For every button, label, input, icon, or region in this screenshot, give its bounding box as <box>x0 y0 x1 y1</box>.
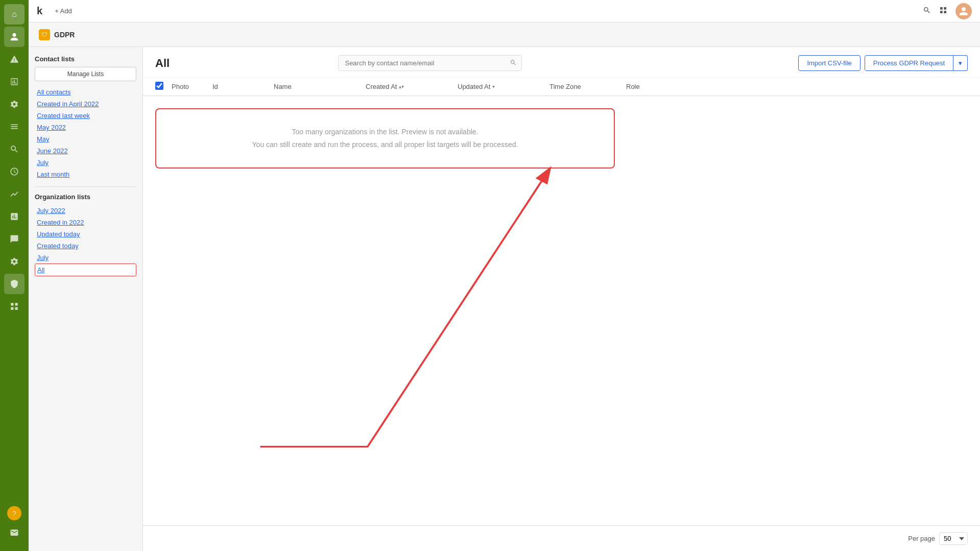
add-button[interactable]: + Add <box>55 7 72 15</box>
home-icon[interactable]: ⌂ <box>4 4 25 25</box>
col-timezone: Time Zone <box>549 83 626 90</box>
sidebar: Contact lists Manage Lists All contacts … <box>29 47 143 551</box>
checkbox-column <box>155 82 172 91</box>
process-gdpr-button[interactable]: Process GDPR Request <box>865 55 953 71</box>
warning-box: Too many organizations in the list. Prev… <box>155 108 615 169</box>
sidebar-link-july-2022[interactable]: July 2022 <box>35 205 136 217</box>
search-icon <box>510 59 517 67</box>
topbar: k + Add <box>29 0 980 22</box>
sidebar-link-created-today[interactable]: Created today <box>35 240 136 252</box>
clock-icon[interactable] <box>4 161 25 182</box>
search-box <box>338 55 522 71</box>
sidebar-link-all-contacts[interactable]: All contacts <box>35 86 136 98</box>
sidebar-link-created-last-week[interactable]: Created last week <box>35 110 136 122</box>
content-area: All Import CSV-file Process GDPR Request… <box>143 47 980 551</box>
reports-icon[interactable] <box>4 71 25 92</box>
col-name: Name <box>274 83 366 90</box>
search-input[interactable] <box>338 55 522 71</box>
apps-icon[interactable] <box>939 6 947 16</box>
gdpr-icon: 🛡 <box>39 29 50 40</box>
process-gdpr-caret[interactable]: ▾ <box>953 55 968 71</box>
import-csv-button[interactable]: Import CSV-file <box>798 55 860 71</box>
warning-line1: Too many organizations in the list. Prev… <box>169 126 602 138</box>
breadcrumb-title: GDPR <box>54 31 75 39</box>
sidebar-link-all-org[interactable]: All <box>35 263 136 276</box>
sidebar-link-july[interactable]: July <box>35 157 136 169</box>
main-layout: Contact lists Manage Lists All contacts … <box>29 22 980 551</box>
table-body: Too many organizations in the list. Prev… <box>143 96 980 525</box>
shield-nav-icon[interactable] <box>4 274 25 294</box>
content-header: All Import CSV-file Process GDPR Request… <box>143 47 980 78</box>
gear2-icon[interactable] <box>4 251 25 272</box>
sidebar-link-created-2022[interactable]: Created in 2022 <box>35 217 136 228</box>
icon-navigation: ⌂ <box>0 0 29 551</box>
process-gdpr-wrapper: Process GDPR Request ▾ <box>865 55 968 71</box>
col-photo: Photo <box>172 83 212 90</box>
sidebar-divider <box>35 186 136 187</box>
select-all-checkbox[interactable] <box>155 82 163 90</box>
sidebar-link-may[interactable]: May <box>35 133 136 145</box>
manage-lists-button[interactable]: Manage Lists <box>35 67 136 81</box>
per-page-select[interactable]: 10 25 50 100 <box>939 532 968 545</box>
table-header: Photo Id Name Created At ▴▾ Updated At ▾… <box>143 78 980 96</box>
sidebar-link-last-month[interactable]: Last month <box>35 169 136 180</box>
contact-lists-title: Contact lists <box>35 55 136 63</box>
analytics-icon[interactable] <box>4 184 25 204</box>
sidebar-link-may-2022[interactable]: May 2022 <box>35 122 136 133</box>
user-avatar[interactable] <box>955 3 972 19</box>
email-nav-icon[interactable] <box>4 522 25 543</box>
contacts-icon[interactable] <box>4 27 25 47</box>
col-role: Role <box>626 83 968 90</box>
page-title: All <box>155 57 196 70</box>
organizations-icon[interactable] <box>4 49 25 69</box>
warning-line2: You can still create and run the process… <box>169 138 602 151</box>
per-page-label: Per page <box>908 535 935 542</box>
grid-nav-icon[interactable] <box>4 296 25 317</box>
settings-icon[interactable] <box>4 94 25 114</box>
sidebar-link-july-org[interactable]: July <box>35 252 136 263</box>
content-footer: Per page 10 25 50 100 <box>143 525 980 551</box>
updated-sort-icon[interactable]: ▾ <box>492 84 495 89</box>
support-icon[interactable]: ? <box>7 506 21 520</box>
sidebar-link-updated-today[interactable]: Updated today <box>35 228 136 240</box>
sidebar-link-created-april[interactable]: Created in April 2022 <box>35 98 136 110</box>
created-sort-icon[interactable]: ▴▾ <box>399 84 404 89</box>
col-id: Id <box>212 83 274 90</box>
chart-icon[interactable] <box>4 206 25 227</box>
app-logo: k <box>37 5 42 17</box>
chat-icon[interactable] <box>4 229 25 249</box>
list-icon[interactable] <box>4 116 25 137</box>
breadcrumb-bar: 🛡 GDPR <box>29 22 980 47</box>
org-lists-title: Organization lists <box>35 193 136 201</box>
col-updated-at[interactable]: Updated At ▾ <box>458 83 549 90</box>
col-created-at[interactable]: Created At ▴▾ <box>366 83 458 90</box>
sidebar-link-june-2022[interactable]: June 2022 <box>35 145 136 157</box>
search-people-icon[interactable] <box>4 139 25 159</box>
search-topbar-icon[interactable] <box>923 6 931 16</box>
header-actions: Import CSV-file Process GDPR Request ▾ <box>798 55 968 71</box>
